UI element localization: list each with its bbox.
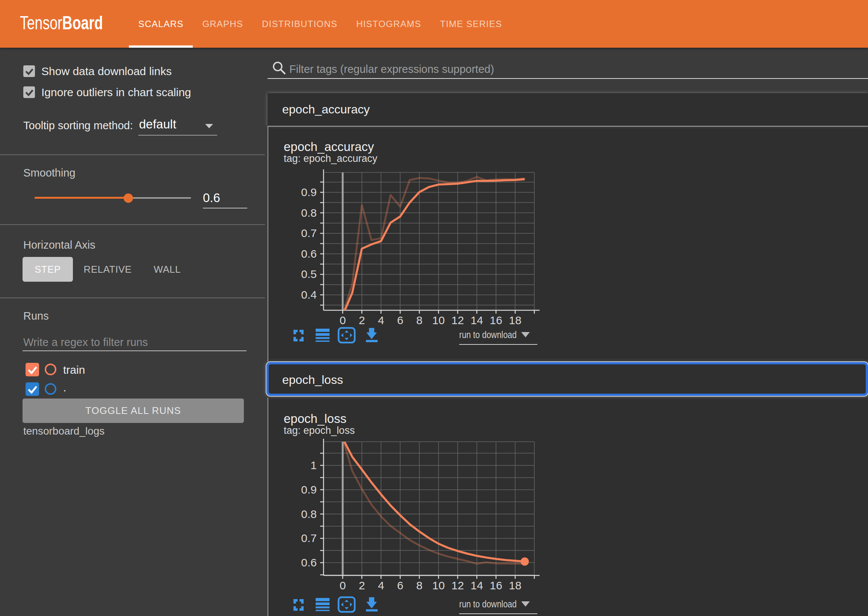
svg-text:4: 4 xyxy=(378,314,384,327)
svg-text:run to download: run to download xyxy=(459,329,517,340)
svg-text:1: 1 xyxy=(310,459,317,471)
svg-text:14: 14 xyxy=(470,314,483,327)
svg-text:0.9: 0.9 xyxy=(301,186,317,198)
svg-text:16: 16 xyxy=(490,314,502,327)
svg-text:run to download: run to download xyxy=(459,599,517,609)
svg-text:16: 16 xyxy=(490,579,502,592)
svg-text:0.7: 0.7 xyxy=(301,227,317,239)
svg-text:18: 18 xyxy=(509,314,521,327)
svg-text:0.8: 0.8 xyxy=(301,508,317,520)
svg-text:8: 8 xyxy=(416,579,423,592)
svg-text:0.5: 0.5 xyxy=(301,268,317,280)
svg-text:0.6: 0.6 xyxy=(301,556,317,569)
svg-text:10: 10 xyxy=(432,314,445,327)
svg-text:0.7: 0.7 xyxy=(301,532,317,544)
svg-text:10: 10 xyxy=(432,579,445,592)
svg-text:2: 2 xyxy=(359,314,365,327)
svg-text:8: 8 xyxy=(416,314,423,327)
svg-text:2: 2 xyxy=(359,579,365,592)
svg-text:0.6: 0.6 xyxy=(301,248,317,260)
svg-text:0.8: 0.8 xyxy=(301,207,317,219)
svg-text:12: 12 xyxy=(451,579,464,592)
svg-text:14: 14 xyxy=(470,579,483,592)
svg-text:0: 0 xyxy=(340,579,346,592)
svg-text:12: 12 xyxy=(451,314,464,327)
svg-text:6: 6 xyxy=(397,314,404,327)
svg-text:4: 4 xyxy=(378,579,384,592)
svg-text:0.4: 0.4 xyxy=(301,289,317,301)
svg-text:18: 18 xyxy=(509,579,521,592)
svg-text:0: 0 xyxy=(340,314,346,327)
svg-text:6: 6 xyxy=(397,579,404,592)
svg-text:0.9: 0.9 xyxy=(301,483,317,496)
